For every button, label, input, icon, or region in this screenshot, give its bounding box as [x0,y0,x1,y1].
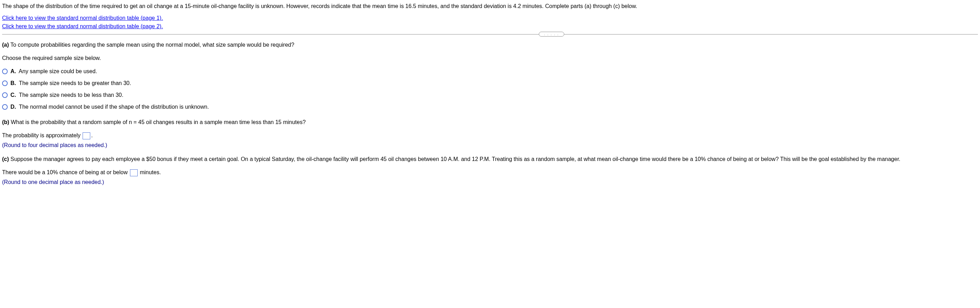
part-a-text: To compute probabilities regarding the s… [9,42,294,48]
part-c-answer: There would be a 10% chance of being at … [2,168,978,177]
part-b-answer: The probability is approximately . [2,131,978,140]
part-a-options: A. Any sample size could be used. B. The… [2,67,978,111]
part-a-question: (a) To compute probabilities regarding t… [2,41,978,49]
table-link-page2[interactable]: Click here to view the standard normal d… [2,22,978,31]
divider-handle[interactable]: . . . . . [539,32,564,37]
option-d-text: The normal model cannot be used if the s… [19,104,209,110]
part-b: (b) What is the probability that a rando… [2,118,978,149]
part-a: (a) To compute probabilities regarding t… [2,41,978,111]
reference-links: Click here to view the standard normal d… [2,14,978,31]
part-c-input[interactable] [130,169,138,176]
part-b-label: (b) [2,119,9,125]
part-c-question: (c) Suppose the manager agrees to pay ea… [2,155,978,164]
option-c-text: The sample size needs to be less than 30… [19,92,123,98]
problem-intro: The shape of the distribution of the tim… [2,2,978,10]
option-c-label: C. [10,92,16,98]
option-a-text: Any sample size could be used. [19,68,97,74]
part-c-hint: (Round to one decimal place as needed.) [2,178,978,186]
part-c: (c) Suppose the manager agrees to pay ea… [2,155,978,186]
option-d-label: D. [10,104,16,110]
part-c-label: (c) [2,156,9,162]
option-b-text: The sample size needs to be greater than… [19,80,131,86]
part-b-suffix: . [91,132,92,138]
divider-line [2,34,978,35]
part-b-hint: (Round to four decimal places as needed.… [2,141,978,149]
part-b-question: (b) What is the probability that a rando… [2,118,978,127]
part-a-choose: Choose the required sample size below. [2,54,978,62]
radio-a[interactable] [2,69,8,74]
part-c-text: Suppose the manager agrees to pay each e… [9,156,900,162]
part-a-label: (a) [2,42,9,48]
divider: . . . . . [2,34,978,35]
part-c-prefix: There would be a 10% chance of being at … [2,169,129,175]
option-b-label: B. [10,80,16,86]
option-a-row: A. Any sample size could be used. [2,67,978,76]
part-b-prefix: The probability is approximately [2,132,82,138]
option-d-row: D. The normal model cannot be used if th… [2,103,978,111]
option-b-row: B. The sample size needs to be greater t… [2,79,978,87]
radio-b[interactable] [2,81,8,86]
part-b-text: What is the probability that a random sa… [9,119,305,125]
part-c-suffix: minutes. [138,169,161,175]
radio-c[interactable] [2,92,8,98]
option-a-label: A. [10,68,16,74]
radio-d[interactable] [2,104,8,110]
option-c-row: C. The sample size needs to be less than… [2,91,978,99]
part-b-input[interactable] [83,132,90,140]
table-link-page1[interactable]: Click here to view the standard normal d… [2,14,978,22]
